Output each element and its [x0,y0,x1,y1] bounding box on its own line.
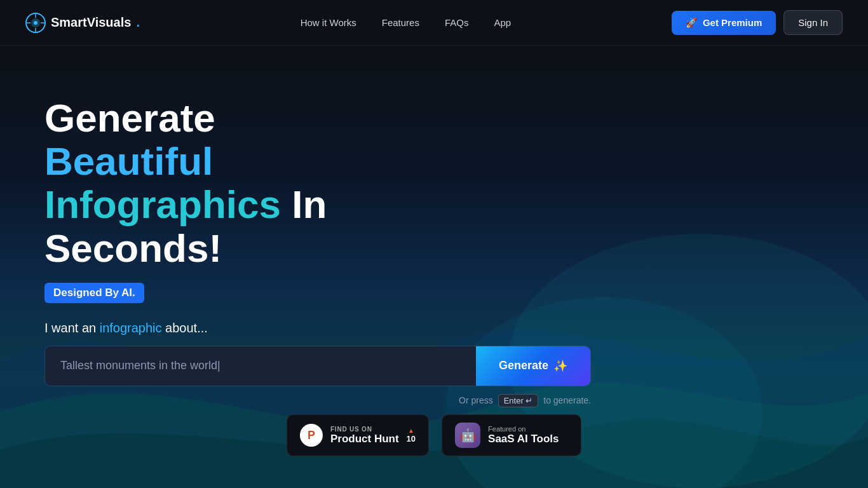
product-hunt-text: FIND US ON Product Hunt [330,426,399,445]
logo-dot: . [136,15,140,30]
product-hunt-count: ▲ 10 [407,427,416,444]
product-hunt-badge[interactable]: P FIND US ON Product Hunt ▲ 10 [287,414,429,456]
sparkle-icon: ✨ [553,359,567,373]
rocket-icon: 🚀 [686,17,698,29]
navbar: SmartVisuals. How it Works Features FAQs… [0,0,868,46]
generate-button[interactable]: Generate ✨ [476,346,590,386]
hero-title: Generate Beautiful Infographics In Secon… [44,97,337,270]
saas-icon: 🤖 [455,423,480,448]
search-bar: Generate ✨ [44,346,591,386]
nav-link-app[interactable]: App [494,17,511,28]
bottom-badges: P FIND US ON Product Hunt ▲ 10 🤖 Feature… [287,414,581,456]
enter-key-badge: Enter ↵ [498,394,539,407]
sign-in-button[interactable]: Sign In [783,10,843,35]
logo-icon [25,13,46,33]
hero-section: Generate Beautiful Infographics In Secon… [0,46,868,488]
nav-actions: 🚀 Get Premium Sign In [672,10,843,35]
hero-content: Generate Beautiful Infographics In Secon… [0,46,381,433]
hero-subtitle: I want an infographic about... [44,321,337,336]
logo[interactable]: SmartVisuals. [25,13,140,33]
nav-links: How it Works Features FAQs App [301,17,512,29]
nav-link-how-it-works[interactable]: How it Works [301,17,356,28]
logo-text: SmartVisuals [51,15,131,30]
nav-link-faqs[interactable]: FAQs [445,17,469,28]
product-hunt-icon: P [300,424,323,447]
search-input[interactable] [45,346,476,386]
enter-hint: Or press Enter ↵ to generate. [44,394,591,407]
nav-link-features[interactable]: Features [382,17,419,28]
get-premium-button[interactable]: 🚀 Get Premium [672,11,776,35]
ai-badge: Designed By AI. [44,283,144,303]
saas-ai-tools-badge[interactable]: 🤖 Featured on SaaS AI Tools [442,414,581,456]
saas-text: Featured on SaaS AI Tools [488,425,559,445]
svg-point-2 [34,21,37,25]
